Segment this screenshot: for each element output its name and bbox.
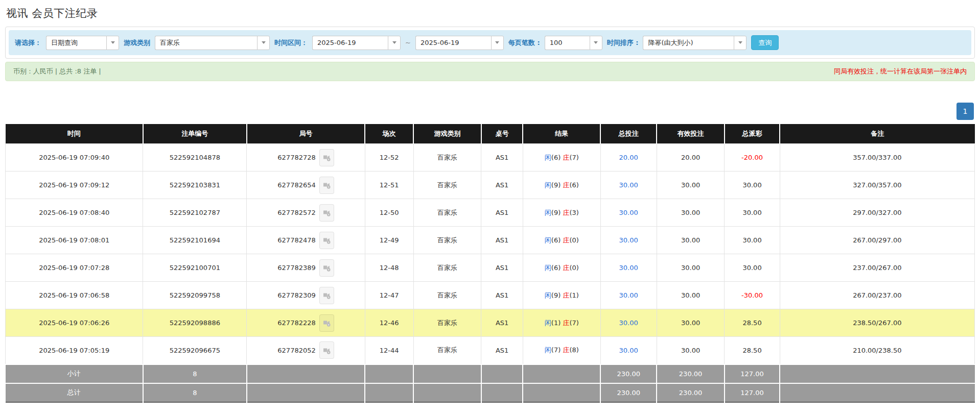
table-row: 2025-06-19 07:09:12522592103831627782654…	[6, 171, 975, 199]
result-banker-count: (0)	[569, 264, 578, 272]
cell-payout: 28.50	[725, 309, 780, 337]
cell-game-type: 百家乐	[413, 337, 481, 364]
query-type-value[interactable]: 日期查询	[46, 36, 106, 50]
video-replay-button[interactable]	[319, 232, 334, 249]
cell-bet-no: 522592099758	[143, 282, 247, 309]
query-type-select[interactable]: 日期查询	[46, 36, 119, 50]
header-game-type: 游戏类别	[413, 124, 481, 144]
sum-count: 8	[143, 364, 247, 383]
header-session: 场次	[365, 124, 413, 144]
cell-session: 12-50	[365, 199, 413, 227]
video-replay-button[interactable]	[319, 204, 334, 222]
cell-game-type: 百家乐	[413, 171, 481, 199]
date-to-dropdown-button[interactable]	[491, 36, 504, 50]
cell-session: 12-48	[365, 254, 413, 282]
round-no-wrap: 627782654	[277, 177, 334, 194]
cell-valid-bet: 20.00	[657, 144, 725, 171]
cell-payout: 30.00	[725, 254, 780, 282]
total-bet-link[interactable]: 30.00	[619, 319, 638, 327]
cell-time: 2025-06-19 07:08:01	[6, 227, 143, 254]
table-row: 2025-06-19 07:08:01522592101694627782478…	[6, 227, 975, 254]
date-from-select[interactable]: 2025-06-19	[312, 36, 401, 50]
query-type-dropdown-button[interactable]	[106, 36, 119, 50]
result-player-count: (9)	[551, 209, 561, 216]
header-payout: 总派彩	[725, 124, 780, 144]
round-no-text: 627782052	[277, 347, 315, 354]
cell-total-bet: 30.00	[600, 337, 657, 364]
filter-bar: 请选择： 日期查询 游戏类别 百家乐 时间区间： 2025-06-19 ~ 20…	[9, 30, 971, 55]
cell-valid-bet: 30.00	[657, 254, 725, 282]
cell-bet-no: 522592103831	[143, 171, 247, 199]
date-to-select[interactable]: 2025-06-19	[415, 36, 504, 50]
page-size-select[interactable]: 100	[545, 36, 602, 50]
cell-valid-bet: 30.00	[657, 282, 725, 309]
filter-panel: 请选择： 日期查询 游戏类别 百家乐 时间区间： 2025-06-19 ~ 20…	[5, 27, 975, 59]
cell-result: 闲(9) 庄(3)	[523, 199, 600, 227]
sort-order-value[interactable]: 降幂(由大到小)	[643, 36, 734, 50]
cell-round-no: 627782572	[247, 199, 365, 227]
video-replay-icon	[322, 181, 331, 189]
cell-result: 闲(9) 庄(6)	[523, 171, 600, 199]
video-replay-button[interactable]	[319, 259, 334, 277]
page-number-button[interactable]: 1	[956, 103, 974, 120]
video-replay-button[interactable]	[319, 177, 334, 194]
cell-game-type: 百家乐	[413, 309, 481, 337]
total-bet-link[interactable]: 30.00	[619, 264, 638, 272]
query-type-label: 请选择：	[15, 38, 41, 47]
betting-records-page: 视讯 会员下注纪录 请选择： 日期查询 游戏类别 百家乐 时间区间： 2025-…	[0, 0, 980, 407]
total-bet-link[interactable]: 20.00	[619, 154, 638, 161]
header-time: 时间	[6, 124, 143, 144]
date-from-dropdown-button[interactable]	[388, 36, 401, 50]
total-bet-link[interactable]: 30.00	[619, 209, 638, 216]
round-no-text: 627782478	[277, 236, 315, 244]
sum-empty	[523, 383, 600, 402]
video-replay-button[interactable]	[319, 287, 334, 304]
cell-round-no: 627782389	[247, 254, 365, 282]
video-replay-button[interactable]	[319, 341, 334, 359]
sort-order-select[interactable]: 降幂(由大到小)	[643, 36, 746, 50]
page-size-dropdown-button[interactable]	[590, 36, 602, 50]
result-player-count: (6)	[551, 236, 561, 244]
result-banker-count: (7)	[569, 319, 578, 327]
currency-total-text: 币别 : 人民币 | 总共 :8 注单 |	[13, 67, 101, 76]
sort-order-label: 时间排序 :	[607, 38, 639, 47]
sort-order-dropdown-button[interactable]	[734, 36, 746, 50]
total-bet-link[interactable]: 30.00	[619, 236, 638, 244]
cell-session: 12-47	[365, 282, 413, 309]
cell-bet-no: 522592104878	[143, 144, 247, 171]
video-replay-button[interactable]	[319, 314, 334, 332]
cell-round-no: 627782478	[247, 227, 365, 254]
page-size-value[interactable]: 100	[545, 36, 590, 50]
cell-valid-bet: 30.00	[657, 171, 725, 199]
sum-count: 8	[143, 383, 247, 402]
total-bet-link[interactable]: 30.00	[619, 347, 638, 354]
cell-payout: 30.00	[725, 199, 780, 227]
video-replay-icon	[322, 263, 331, 272]
total-row: 总计8230.00230.00127.00	[6, 383, 975, 402]
cell-table-no: AS1	[481, 227, 523, 254]
round-no-wrap: 627782309	[277, 287, 334, 304]
cell-valid-bet: 30.00	[657, 309, 725, 337]
cell-payout: 30.00	[725, 171, 780, 199]
query-button[interactable]: 查询	[751, 35, 779, 50]
payout-value: 30.00	[742, 236, 761, 244]
subtotal-row: 小计8230.00230.00127.00	[6, 364, 975, 383]
date-from-value[interactable]: 2025-06-19	[312, 36, 388, 50]
cell-session: 12-44	[365, 337, 413, 364]
round-no-text: 627782228	[277, 319, 315, 327]
game-type-value[interactable]: 百家乐	[155, 36, 257, 50]
table-body: 2025-06-19 07:09:40522592104878627782728…	[6, 144, 975, 402]
cell-table-no: AS1	[481, 254, 523, 282]
game-type-select[interactable]: 百家乐	[155, 36, 270, 50]
payout-value: 28.50	[742, 347, 761, 354]
total-bet-link[interactable]: 30.00	[619, 181, 638, 189]
cell-bet-no: 522592102787	[143, 199, 247, 227]
cell-time: 2025-06-19 07:05:19	[6, 337, 143, 364]
cell-payout: 30.00	[725, 227, 780, 254]
game-type-dropdown-button[interactable]	[257, 36, 270, 50]
total-bet-link[interactable]: 30.00	[619, 291, 638, 299]
sum-empty	[523, 364, 600, 383]
date-to-value[interactable]: 2025-06-19	[415, 36, 491, 50]
video-replay-button[interactable]	[319, 149, 334, 166]
cell-session: 12-49	[365, 227, 413, 254]
